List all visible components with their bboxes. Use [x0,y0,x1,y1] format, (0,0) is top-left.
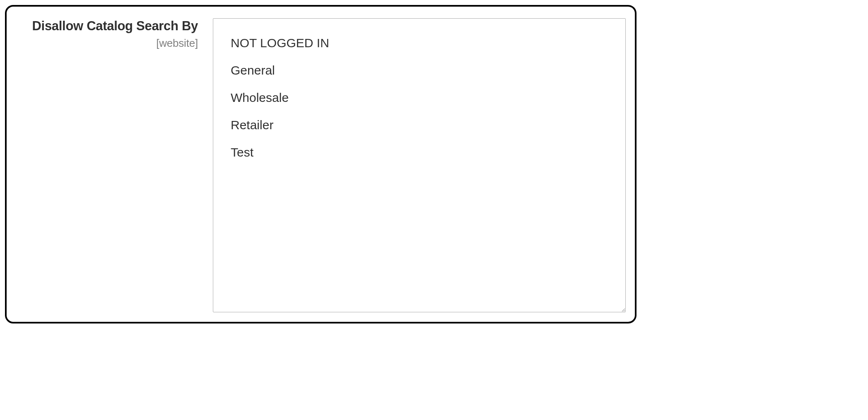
multiselect-option[interactable]: Test [228,139,621,166]
multiselect-option[interactable]: NOT LOGGED IN [228,29,621,57]
multiselect-option[interactable]: Retailer [228,111,621,139]
field-scope: [website] [16,37,198,50]
disallow-catalog-search-multiselect[interactable]: NOT LOGGED INGeneralWholesaleRetailerTes… [213,18,626,312]
field-input-column: NOT LOGGED INGeneralWholesaleRetailerTes… [213,18,626,313]
field-label: Disallow Catalog Search By [16,18,198,34]
multiselect-option[interactable]: General [228,57,621,84]
config-field-row: Disallow Catalog Search By [website] NOT… [5,5,637,323]
multiselect-option[interactable]: Wholesale [228,84,621,111]
field-label-column: Disallow Catalog Search By [website] [16,18,198,50]
